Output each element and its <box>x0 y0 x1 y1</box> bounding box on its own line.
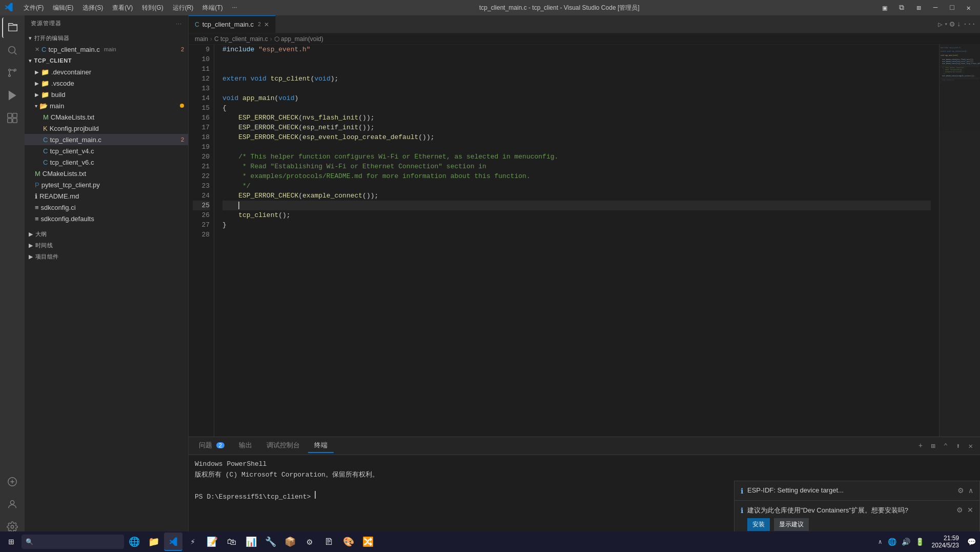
customize-layout-button[interactable]: ⊞ <box>911 4 926 12</box>
idf-icon[interactable] <box>2 471 23 492</box>
toggle-panel-button[interactable]: ▣ <box>877 4 892 12</box>
taskbar-chevron-icon[interactable]: ∧ <box>876 538 884 546</box>
taskbar-app-3[interactable]: 📦 <box>281 533 299 551</box>
sidebar-item-readme[interactable]: ℹ README.md <box>25 190 188 202</box>
menu-terminal[interactable]: 终端(T) <box>198 3 227 13</box>
sidebar-item-main-c[interactable]: C tcp_client_main.c 2 <box>25 134 188 145</box>
sidebar-item-cmakelists-main[interactable]: M CMakeLists.txt <box>25 111 188 123</box>
sidebar-item-sdkconfig-ci[interactable]: ≡ sdkconfig.ci <box>25 202 188 213</box>
menu-goto[interactable]: 转到(G) <box>138 3 167 13</box>
run-dropdown-icon[interactable]: ▾ <box>945 21 948 27</box>
run-debug-icon[interactable] <box>2 85 23 106</box>
error-badge: 2 <box>181 136 184 143</box>
panel-close-icon[interactable]: ✕ <box>966 442 976 450</box>
sidebar-item-v4[interactable]: C tcp_client_v4.c <box>25 145 188 156</box>
tab-problems[interactable]: 问题 2 <box>193 439 231 453</box>
tab-debug-console[interactable]: 调试控制台 <box>260 439 306 453</box>
terminal-split-icon[interactable]: ⊞ <box>928 442 938 450</box>
breadcrumb-file[interactable]: C tcp_client_main.c <box>214 35 268 43</box>
open-editor-item[interactable]: ✕ C tcp_client_main.c main 2 <box>25 44 188 55</box>
breadcrumb-function[interactable]: ⬡ app_main(void) <box>274 35 323 43</box>
sidebar-item-build[interactable]: ▶ 📁 build <box>25 89 188 100</box>
extensions-icon[interactable] <box>2 108 23 128</box>
menu-file[interactable]: 文件(F) <box>19 3 48 13</box>
explorer-icon[interactable] <box>2 17 23 38</box>
start-button[interactable]: ⊞ <box>2 533 21 551</box>
menu-run[interactable]: 运行(R) <box>169 3 198 13</box>
taskbar-app-notepad[interactable]: 📝 <box>203 533 221 551</box>
sidebar-item-vscode[interactable]: ▶ 📁 .vscode <box>25 77 188 89</box>
sidebar-item-devcontainer[interactable]: ▶ 📁 .devcontainer <box>25 66 188 77</box>
close-button[interactable]: ✕ <box>962 4 976 12</box>
sidebar-item-cmakelists-root[interactable]: M CMakeLists.txt <box>25 168 188 179</box>
tab-tcp-client-main[interactable]: C tcp_client_main.c 2 ✕ <box>189 15 276 33</box>
open-editors-header[interactable]: ▾ 打开的编辑器 <box>25 32 188 44</box>
settings-gear-icon[interactable]: ⚙ <box>950 19 955 29</box>
minimize-button[interactable]: ─ <box>928 4 943 12</box>
taskbar-volume-icon[interactable]: 🔊 <box>900 538 912 546</box>
tab-output[interactable]: 输出 <box>233 439 258 453</box>
svg-point-1 <box>9 69 11 71</box>
taskbar-app-1[interactable]: 📊 <box>242 533 260 551</box>
panel-collapse-icon[interactable]: ⌃ <box>941 442 951 450</box>
timeline-header[interactable]: ▶ 时间线 <box>25 240 188 251</box>
source-control-icon[interactable] <box>2 63 23 83</box>
taskbar-app-atk[interactable]: ⚡ <box>183 533 202 551</box>
account-icon[interactable] <box>2 494 23 515</box>
project-root-header[interactable]: ▾ TCP_CLIENT <box>25 55 188 66</box>
chevron-down-icon: ▾ <box>35 103 37 109</box>
code-line-9: #include "esp_event.h" <box>222 45 931 54</box>
menu-bar[interactable]: 文件(F) 编辑(E) 选择(S) 查看(V) 转到(G) 运行(R) 终端(T… <box>19 3 241 13</box>
panel-maximize-icon[interactable]: ⬆ <box>953 442 963 450</box>
notif-gear-icon[interactable]: ⚙ <box>956 506 963 514</box>
show-suggestions-button[interactable]: 显示建议 <box>774 518 809 531</box>
taskbar-search[interactable]: 🔍 <box>22 535 124 549</box>
notif-close-icon[interactable]: ✕ <box>967 506 973 514</box>
sidebar-item-sdkconfig-defaults[interactable]: ≡ sdkconfig.defaults <box>25 213 188 224</box>
taskbar-app-store[interactable]: 🛍 <box>222 533 241 551</box>
taskbar-battery-icon[interactable]: 🔋 <box>914 538 926 546</box>
breadcrumb-main[interactable]: main <box>195 35 208 43</box>
project-components-header[interactable]: ▶ 项目组件 <box>25 251 188 262</box>
taskbar-app-6[interactable]: 🔀 <box>359 533 377 551</box>
taskbar-notification-icon[interactable]: 💬 <box>965 538 978 546</box>
sidebar-item-v6[interactable]: C tcp_client_v6.c <box>25 156 188 168</box>
code-editor[interactable]: 910111213 1415161718 1920212223 2425 262… <box>189 45 980 437</box>
taskbar-app-idf[interactable] <box>164 533 182 551</box>
maximize-button[interactable]: □ <box>945 4 959 12</box>
taskbar-app-2[interactable]: 🔧 <box>261 533 280 551</box>
tab-close-button[interactable]: ✕ <box>264 21 269 28</box>
taskbar-app-word[interactable]: 🖹 <box>320 533 338 551</box>
taskbar-app-5[interactable]: 🎨 <box>339 533 358 551</box>
menu-view[interactable]: 查看(V) <box>108 3 137 13</box>
sidebar-item-main[interactable]: ▾ 📂 main <box>25 100 188 111</box>
close-icon[interactable]: ✕ <box>35 46 39 53</box>
tab-terminal[interactable]: 终端 <box>308 439 334 453</box>
install-button[interactable]: 安装 <box>747 518 770 531</box>
download-icon[interactable]: ↓ <box>956 20 961 28</box>
search-icon[interactable] <box>2 40 23 61</box>
split-editor-button[interactable]: ⧉ <box>894 4 909 12</box>
window-controls[interactable]: ▣ ⧉ ⊞ ─ □ ✕ <box>877 4 976 12</box>
sidebar-item-pytest[interactable]: P pytest_tcp_client.py <box>25 179 188 190</box>
taskbar-right: ∧ 🌐 🔊 🔋 21:59 2024/5/23 💬 <box>876 535 978 549</box>
notif-collapse-icon[interactable]: ∧ <box>968 486 973 495</box>
more-options-icon[interactable]: ··· <box>963 20 976 28</box>
taskbar-clock[interactable]: 21:59 2024/5/23 <box>928 535 963 549</box>
outline-header[interactable]: ▶ 大纲 <box>25 228 188 240</box>
taskbar-app-4[interactable]: ⚙ <box>300 533 319 551</box>
menu-select[interactable]: 选择(S) <box>78 3 107 13</box>
menu-edit[interactable]: 编辑(E) <box>49 3 77 13</box>
c-file-icon: C <box>43 159 48 166</box>
taskbar-app-edge[interactable]: 🌐 <box>125 533 144 551</box>
menu-more[interactable]: ··· <box>228 3 241 13</box>
panel-controls: + ⊞ ⌃ ⬆ ✕ <box>913 442 976 450</box>
run-button[interactable]: ▷ <box>938 20 942 29</box>
taskbar-network-icon[interactable]: 🌐 <box>886 538 898 546</box>
sidebar-tree: ▾ 打开的编辑器 ✕ C tcp_client_main.c main 2 ▾ … <box>25 31 188 539</box>
notif-gear-icon[interactable]: ⚙ <box>957 486 964 495</box>
sidebar-item-kconfig[interactable]: K Kconfig.projbuild <box>25 123 188 134</box>
terminal-new-icon[interactable]: + <box>915 442 926 450</box>
taskbar-app-explorer[interactable]: 📁 <box>145 533 163 551</box>
code-content[interactable]: #include "esp_event.h" extern void tcp_c… <box>214 45 939 437</box>
